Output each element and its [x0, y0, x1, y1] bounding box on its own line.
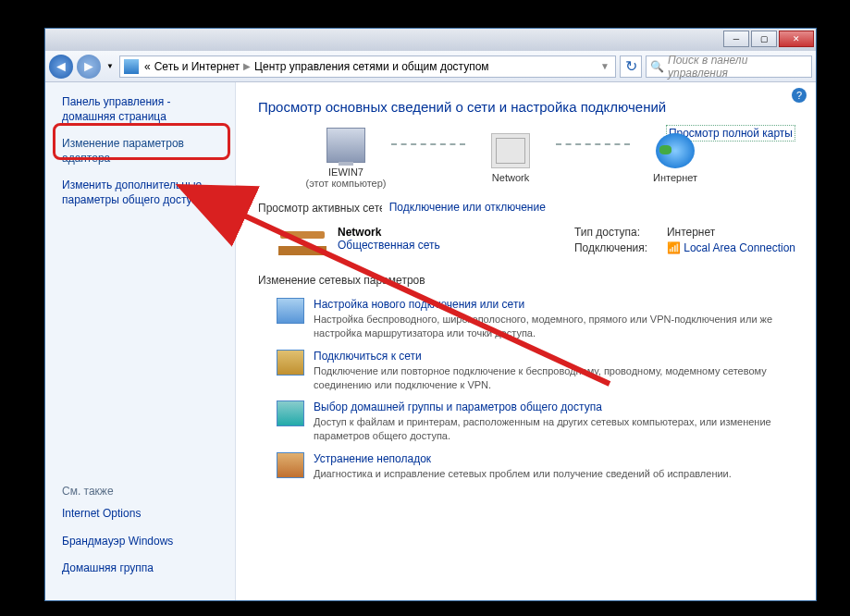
maximize-button[interactable]: ▢: [751, 31, 777, 47]
see-also-homegroup[interactable]: Домашняя группа: [62, 561, 222, 576]
globe-icon: [656, 133, 695, 168]
history-dropdown-icon[interactable]: ▼: [105, 55, 116, 79]
breadcrumb[interactable]: « Сеть и Интернет ▶ Центр управления сет…: [119, 55, 616, 78]
network-type-link[interactable]: Общественная сеть: [338, 239, 574, 252]
computer-icon: [326, 128, 365, 163]
breadcrumb-prefix: «: [142, 60, 153, 73]
window-body: ? Панель управления - домашняя страница …: [45, 82, 816, 600]
sidebar-advanced-sharing-link[interactable]: Изменить дополнительные параметры общего…: [62, 179, 222, 207]
active-networks-header: Просмотр активных сетей: [258, 202, 399, 215]
active-networks-section: Просмотр активных сетей Подключение или …: [258, 202, 795, 261]
main-panel: Просмотр основных сведений о сети и наст…: [236, 82, 816, 600]
search-placeholder: Поиск в панели управления: [668, 54, 807, 80]
see-also-internet-options[interactable]: Internet Options: [62, 507, 222, 522]
see-also-label: См. также: [62, 485, 222, 498]
connect-disconnect-link[interactable]: Подключение или отключение: [382, 201, 553, 214]
network-label: Network: [492, 172, 529, 183]
sidebar: Панель управления - домашняя страница Из…: [45, 82, 236, 600]
sidebar-home-link[interactable]: Панель управления - домашняя страница: [62, 95, 222, 124]
address-bar: ◄ ► ▼ « Сеть и Интернет ▶ Центр управлен…: [45, 51, 816, 82]
network-settings-header: Изменение сетевых параметров: [258, 274, 433, 287]
internet-label: Интернет: [653, 172, 697, 183]
connect-network-icon: [277, 350, 304, 376]
pc-subtitle: (этот компьютер): [305, 178, 386, 189]
minimize-button[interactable]: ─: [723, 31, 749, 47]
titlebar: ─ ▢ ✕: [45, 29, 816, 51]
search-input[interactable]: 🔍 Поиск в панели управления: [646, 55, 812, 78]
access-type-label: Тип доступа:: [574, 226, 667, 239]
network-settings-section: Изменение сетевых параметров Настройка н…: [258, 274, 795, 481]
control-panel-window: ─ ▢ ✕ ◄ ► ▼ « Сеть и Интернет ▶ Центр уп…: [44, 28, 817, 601]
settings-item-homegroup[interactable]: Выбор домашней группы и параметров общег…: [277, 400, 795, 443]
page-title: Просмотр основных сведений о сети и наст…: [258, 99, 795, 115]
homegroup-icon: [277, 400, 304, 426]
troubleshoot-icon: [277, 452, 304, 478]
connection-link[interactable]: 📶 Local Area Connection: [667, 241, 795, 254]
refresh-button[interactable]: ↻: [620, 55, 642, 78]
bench-icon: [277, 226, 328, 261]
settings-list: Настройка нового подключения или сетиНас…: [258, 298, 795, 481]
settings-item-new-connection[interactable]: Настройка нового подключения или сетиНас…: [277, 298, 795, 340]
search-icon: 🔍: [650, 60, 664, 73]
network-node-network: Network: [460, 133, 561, 183]
breadcrumb-sep-icon: ▶: [241, 61, 253, 71]
back-button[interactable]: ◄: [49, 55, 73, 79]
pc-name: IEWIN7: [328, 166, 363, 178]
network-icon: [491, 133, 530, 168]
settings-item-connect-network[interactable]: Подключиться к сетиПодключение или повто…: [277, 350, 795, 392]
see-also-firewall[interactable]: Брандмауэр Windows: [62, 535, 222, 549]
network-node-pc: IEWIN7 (этот компьютер): [295, 128, 397, 189]
connection-line: [556, 143, 630, 145]
network-name: Network: [338, 226, 574, 239]
control-panel-icon: [124, 59, 139, 74]
active-network-row: Network Общественная сеть Тип доступа: И…: [277, 226, 795, 261]
settings-item-troubleshoot[interactable]: Устранение неполадокДиагностика и исправ…: [277, 452, 795, 481]
close-button[interactable]: ✕: [779, 31, 814, 47]
connections-label: Подключения:: [574, 241, 667, 254]
connection-line: [391, 143, 465, 145]
breadcrumb-dropdown-icon[interactable]: ▼: [598, 61, 611, 71]
breadcrumb-seg1[interactable]: Сеть и Интернет: [153, 60, 241, 73]
access-type-value: Интернет: [667, 226, 715, 239]
breadcrumb-seg2[interactable]: Центр управления сетями и общим доступом: [253, 60, 491, 73]
forward-button[interactable]: ►: [77, 55, 101, 79]
network-details: Тип доступа: Интернет Подключения: 📶 Loc…: [574, 226, 795, 261]
new-connection-icon: [277, 298, 304, 324]
sidebar-adapter-settings-link[interactable]: Изменение параметров адаптера: [62, 137, 222, 166]
network-info: Network Общественная сеть: [338, 226, 574, 261]
